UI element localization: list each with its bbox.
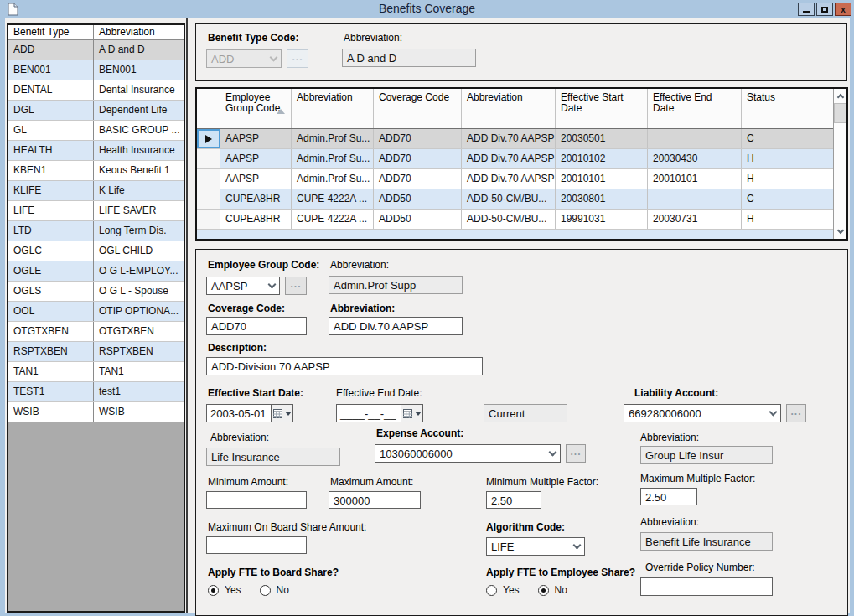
close-button[interactable]: x — [835, 3, 851, 16]
benefit-type-cell: ADD — [8, 40, 94, 60]
maximum-on-board-share-amount-label: Maximum On Board Share Amount: — [208, 521, 366, 533]
coverage-code-input[interactable]: ADD70 — [206, 317, 307, 335]
coverage-grid-row[interactable]: AAPSPAdmin.Prof Su...ADD70ADD Div.70 AAP… — [197, 169, 833, 189]
apply-fte-board-no-radio[interactable]: No — [260, 584, 289, 596]
benefit-type-cell: Dental Insurance — [94, 80, 184, 100]
column-header-benefit-type[interactable]: Benefit Type — [8, 25, 94, 39]
row-selector-cell[interactable] — [197, 210, 220, 229]
maximum-multiple-factor-input[interactable]: 2.50 — [640, 488, 697, 505]
benefit-type-row[interactable]: DGLDependent Life — [8, 101, 184, 121]
benefit-type-cell: OOL — [8, 302, 94, 321]
benefit-type-row[interactable]: GLBASIC GROUP ... — [8, 121, 184, 141]
scroll-down-button[interactable] — [834, 225, 846, 239]
coverage-grid-row[interactable]: AAPSPAdmin.Prof Su...ADD70ADD Div.70 AAP… — [197, 149, 833, 169]
grid-header-coverage-code[interactable]: Coverage Code — [374, 89, 462, 128]
expense-account-value: 103060006000 — [375, 448, 546, 460]
column-header-abbreviation[interactable]: Abbreviation — [94, 25, 184, 39]
row-selector-cell[interactable] — [197, 129, 220, 148]
liability-abbr-field: Life Insurance — [206, 448, 340, 466]
benefit-type-row[interactable]: KLIFEK Life — [8, 181, 184, 201]
coverage-grid-cell: ADD70 — [374, 129, 462, 148]
liability-account-value: 669280006000 — [624, 407, 766, 420]
grid-header-status[interactable]: Status — [742, 89, 833, 128]
benefit-type-row[interactable]: HEALTHHealth Insurance — [8, 141, 184, 161]
minimum-multiple-factor-label: Minimum Multiple Factor: — [486, 476, 598, 488]
minimize-button[interactable] — [798, 3, 815, 16]
employee-group-code-combobox[interactable]: AAPSP — [206, 277, 280, 295]
description-input[interactable]: ADD-Division 70 AAPSP — [206, 357, 483, 375]
coverage-abbr-input[interactable]: ADD Div.70 AAPSP — [329, 317, 463, 335]
chevron-down-icon — [549, 448, 557, 456]
expense-account-browse-button[interactable]: ... — [566, 444, 586, 463]
benefit-type-cell: TAN1 — [94, 362, 184, 381]
benefit-type-row[interactable]: BEN001BEN001 — [8, 60, 184, 80]
row-selector-cell[interactable] — [197, 189, 220, 209]
benefit-type-row[interactable]: OGLSO G L - Spouse — [8, 282, 184, 302]
apply-fte-board-radio-group: Yes No — [208, 584, 289, 596]
coverage-grid-cell: H — [742, 169, 833, 189]
coverage-grid-cell: CUPEA8HR — [220, 189, 292, 209]
benefit-type-row[interactable]: DENTALDental Insurance — [8, 80, 184, 101]
benefit-type-row[interactable]: OGLEO G L-EMPLOY... — [8, 261, 184, 282]
effective-start-date-picker[interactable]: 2003-05-01 — [206, 404, 293, 422]
minimum-amount-input[interactable] — [206, 491, 307, 509]
override-policy-number-input[interactable] — [640, 577, 773, 596]
row-selector-cell[interactable] — [197, 169, 220, 189]
expense-account-combobox[interactable]: 103060006000 — [375, 444, 561, 463]
effective-start-date-calendar-button[interactable] — [272, 404, 293, 422]
expense-account-label: Expense Account: — [376, 427, 463, 439]
benefit-type-cell: OTIP OPTIONA... — [94, 302, 184, 321]
coverage-grid-row[interactable]: AAPSPAdmin.Prof Su...ADD70ADD Div.70 AAP… — [197, 129, 833, 149]
employee-group-browse-button[interactable]: ... — [285, 277, 307, 295]
grid-selector-header — [197, 89, 220, 128]
benefit-type-cell: KBEN1 — [8, 161, 94, 180]
effective-end-date-picker[interactable]: ____-__-__ — [336, 404, 423, 422]
benefit-type-table: Benefit Type Abbreviation ADDA D and DBE… — [7, 23, 185, 613]
benefit-type-row[interactable]: RSPTXBENRSPTXBEN — [8, 342, 184, 362]
grid-header-employee-group-code[interactable]: Employee Group Code — [220, 89, 292, 128]
coverage-grid-row[interactable]: CUPEA8HRCUPE 4222A ...ADD50ADD-50-CM/BU.… — [197, 189, 833, 210]
radio-icon — [208, 585, 219, 596]
grid-header-effective-start-date[interactable]: Effective Start Date — [556, 89, 648, 128]
benefit-type-row[interactable]: OTGTXBENOTGTXBEN — [8, 322, 184, 342]
apply-fte-employee-yes-radio[interactable]: Yes — [486, 584, 520, 596]
benefit-type-row[interactable]: TAN1TAN1 — [8, 362, 184, 382]
scrollbar-track[interactable] — [834, 123, 846, 225]
benefit-type-cell: O G L - Spouse — [94, 282, 184, 301]
benefit-type-row[interactable]: OGLCOGL CHILD — [8, 241, 184, 261]
maximum-amount-input[interactable]: 300000 — [329, 491, 421, 509]
benefit-type-cell: RSPTXBEN — [8, 342, 94, 361]
coverage-grid-cell: C — [742, 189, 833, 209]
benefit-type-row[interactable]: LIFELIFE SAVER — [8, 201, 184, 221]
row-selector-cell[interactable] — [197, 149, 220, 168]
apply-fte-employee-no-radio[interactable]: No — [538, 584, 567, 596]
apply-fte-employee-radio-group: Yes No — [486, 584, 567, 596]
benefit-type-row[interactable]: ADDA D and D — [8, 40, 184, 60]
grid-header-effective-end-date[interactable]: Effective End Date — [648, 89, 742, 128]
liability-account-browse-button[interactable]: ... — [786, 404, 806, 422]
algorithm-code-combobox[interactable]: LIFE — [486, 537, 585, 556]
effective-end-date-calendar-button[interactable] — [401, 404, 423, 422]
apply-fte-board-yes-radio[interactable]: Yes — [208, 584, 241, 596]
coverage-grid-row[interactable]: CUPEA8HRCUPE 4222A ...ADD50ADD-50-CM/BU.… — [197, 210, 833, 230]
liability-account-combobox[interactable]: 669280006000 — [624, 404, 781, 422]
minimum-multiple-factor-input[interactable]: 2.50 — [486, 491, 541, 509]
effective-start-date-value[interactable]: 2003-05-01 — [206, 404, 272, 422]
maximize-button[interactable] — [816, 3, 833, 16]
scroll-up-button[interactable] — [834, 89, 846, 103]
benefit-type-row[interactable]: TEST1test1 — [8, 382, 184, 402]
maximum-on-board-share-amount-input[interactable] — [206, 536, 307, 554]
vertical-scrollbar[interactable] — [833, 89, 846, 239]
benefit-type-row[interactable]: KBEN1Keous Benefit 1 — [8, 161, 184, 181]
benefit-type-row[interactable]: LTDLong Term Dis. — [8, 221, 184, 241]
effective-end-date-value[interactable]: ____-__-__ — [336, 404, 401, 422]
benefit-type-cell: TEST1 — [8, 382, 94, 401]
scrollbar-thumb[interactable] — [834, 103, 846, 123]
benefit-type-cell: BEN001 — [94, 60, 184, 80]
grid-header-abbreviation-1[interactable]: Abbreviation — [292, 89, 374, 128]
benefit-type-cell: test1 — [94, 382, 184, 401]
grid-header-abbreviation-2[interactable]: Abbreviation — [462, 89, 556, 128]
benefit-type-row[interactable]: OOLOTIP OPTIONA... — [8, 302, 184, 322]
coverage-grid-cell: ADD50 — [374, 210, 462, 229]
benefit-type-row[interactable]: WSIBWSIB — [8, 402, 184, 422]
